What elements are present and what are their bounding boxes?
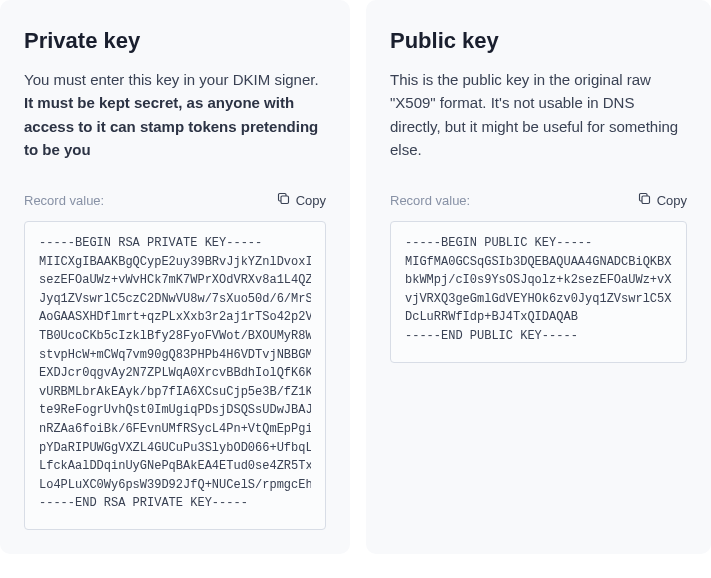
copy-icon <box>637 191 652 209</box>
private-key-title: Private key <box>24 28 326 54</box>
private-key-card: Private key You must enter this key in y… <box>0 0 350 554</box>
private-record-row: Record value: Copy <box>24 189 326 211</box>
public-key-codebox: -----BEGIN PUBLIC KEY----- MIGfMA0GCSqGS… <box>390 221 687 363</box>
public-record-row: Record value: Copy <box>390 189 687 211</box>
private-key-codebox: -----BEGIN RSA PRIVATE KEY----- MIICXgIB… <box>24 221 326 530</box>
public-copy-button[interactable]: Copy <box>637 189 687 211</box>
private-key-description: You must enter this key in your DKIM sig… <box>24 68 326 161</box>
public-key-title: Public key <box>390 28 687 54</box>
svg-rect-0 <box>281 196 289 204</box>
private-record-label: Record value: <box>24 193 104 208</box>
private-key-desc-plain: You must enter this key in your DKIM sig… <box>24 71 319 88</box>
svg-rect-1 <box>642 196 650 204</box>
public-key-content[interactable]: -----BEGIN PUBLIC KEY----- MIGfMA0GCSqGS… <box>405 234 672 356</box>
private-key-content[interactable]: -----BEGIN RSA PRIVATE KEY----- MIICXgIB… <box>39 234 311 523</box>
public-record-label: Record value: <box>390 193 470 208</box>
private-key-desc-bold: It must be kept secret, as anyone with a… <box>24 94 318 158</box>
private-copy-button[interactable]: Copy <box>276 189 326 211</box>
public-key-card: Public key This is the public key in the… <box>366 0 711 554</box>
copy-icon <box>276 191 291 209</box>
private-copy-label: Copy <box>296 193 326 208</box>
public-key-description: This is the public key in the original r… <box>390 68 687 161</box>
public-copy-label: Copy <box>657 193 687 208</box>
